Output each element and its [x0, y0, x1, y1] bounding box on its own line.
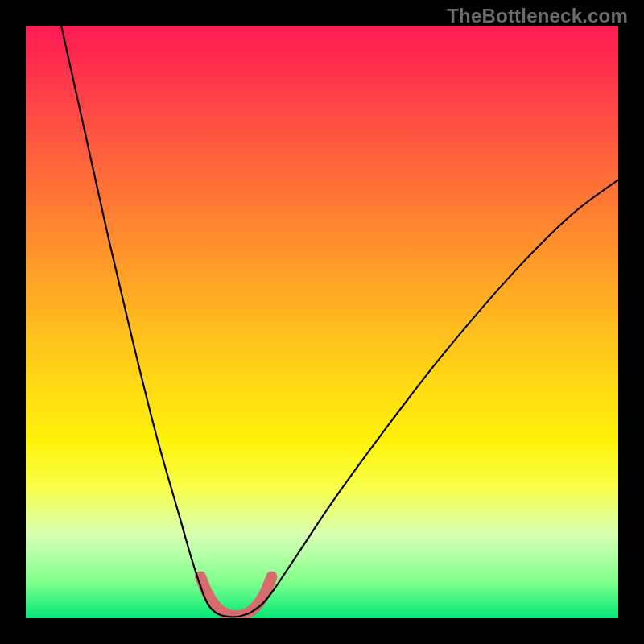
series-trough-highlight — [200, 576, 271, 616]
watermark-label: TheBottleneck.com — [447, 5, 628, 27]
curve-layer — [26, 26, 618, 618]
series-curve-left — [61, 26, 233, 617]
series-curve-right — [233, 180, 618, 617]
plot-area — [26, 26, 618, 618]
chart-frame: TheBottleneck.com — [0, 0, 644, 644]
